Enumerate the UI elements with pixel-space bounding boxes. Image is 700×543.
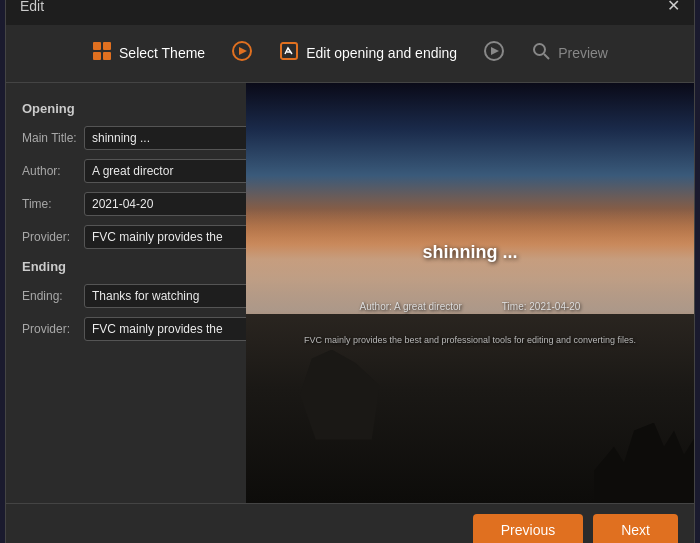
svg-rect-6	[281, 43, 297, 59]
svg-rect-2	[93, 52, 101, 60]
preview-label: Preview	[558, 45, 608, 61]
edit-opening-button[interactable]: Edit opening and ending	[265, 35, 471, 72]
preview-provider-text: FVC mainly provides the best and profess…	[246, 335, 694, 345]
svg-rect-1	[103, 42, 111, 50]
preview-author-value: A great director	[394, 301, 462, 312]
preview-time-label: Time:	[502, 301, 527, 312]
preview-image: shinning ... Author: A great director Ti…	[246, 83, 694, 503]
preview-author-label: Author:	[360, 301, 392, 312]
author-input[interactable]	[84, 159, 246, 183]
preview-icon	[531, 41, 551, 66]
preview-time: Time: 2021-04-20	[502, 301, 581, 312]
ending-provider-row: Provider:	[22, 317, 230, 341]
select-theme-label: Select Theme	[119, 45, 205, 61]
content-area: Opening Main Title: Author: Time: Provid…	[6, 83, 694, 503]
time-label: Time:	[22, 197, 84, 211]
main-title-input[interactable]	[84, 126, 246, 150]
toolbar: Select Theme Edit opening and ending	[6, 25, 694, 83]
preview-button[interactable]: Preview	[517, 35, 622, 72]
select-theme-button[interactable]: Select Theme	[78, 35, 219, 72]
preview-author: Author: A great director	[360, 301, 462, 312]
arrow-icon-2	[483, 40, 505, 67]
footer: Previous Next	[6, 503, 694, 544]
main-title-row: Main Title:	[22, 126, 230, 150]
arrow-icon-1	[231, 40, 253, 67]
svg-marker-8	[491, 47, 499, 55]
ending-input[interactable]	[84, 284, 246, 308]
edit-icon	[279, 41, 299, 66]
main-title-label: Main Title:	[22, 131, 84, 145]
ending-section-title: Ending	[22, 259, 230, 274]
preview-panel: shinning ... Author: A great director Ti…	[246, 83, 694, 503]
author-label: Author:	[22, 164, 84, 178]
next-button[interactable]: Next	[593, 514, 678, 543]
author-row: Author:	[22, 159, 230, 183]
ending-label: Ending:	[22, 289, 84, 303]
preview-meta: Author: A great director Time: 2021-04-2…	[246, 301, 694, 312]
provider-row: Provider:	[22, 225, 230, 249]
close-button[interactable]: ✕	[667, 0, 680, 14]
time-input[interactable]	[84, 192, 246, 216]
title-bar: Edit ✕	[6, 0, 694, 25]
svg-point-9	[534, 44, 545, 55]
time-row: Time:	[22, 192, 230, 216]
svg-marker-5	[239, 47, 247, 55]
preview-main-title: shinning ...	[246, 242, 694, 263]
ending-provider-input[interactable]	[84, 317, 246, 341]
ending-row: Ending:	[22, 284, 230, 308]
svg-rect-3	[103, 52, 111, 60]
provider-label: Provider:	[22, 230, 84, 244]
provider-input[interactable]	[84, 225, 246, 249]
edit-opening-label: Edit opening and ending	[306, 45, 457, 61]
opening-section-title: Opening	[22, 101, 230, 116]
preview-time-value: 2021-04-20	[529, 301, 580, 312]
ending-provider-label: Provider:	[22, 322, 84, 336]
left-panel: Opening Main Title: Author: Time: Provid…	[6, 83, 246, 503]
previous-button[interactable]: Previous	[473, 514, 583, 543]
theme-icon	[92, 41, 112, 66]
svg-rect-0	[93, 42, 101, 50]
svg-line-10	[544, 54, 549, 59]
window-title: Edit	[20, 0, 44, 14]
edit-window: Edit ✕ Select Theme	[5, 0, 695, 543]
